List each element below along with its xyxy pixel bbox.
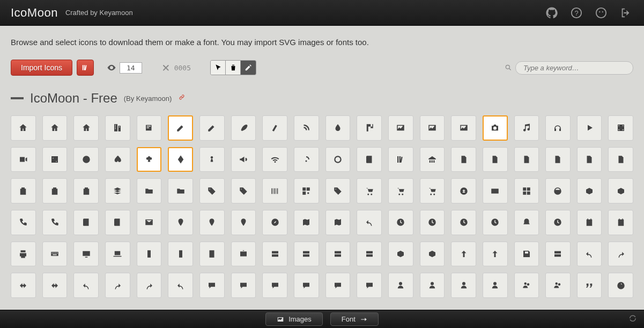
icon-spades[interactable] xyxy=(105,147,130,172)
icon-box-add[interactable] xyxy=(545,178,571,203)
icon-box[interactable] xyxy=(608,178,633,203)
icon-location[interactable] xyxy=(199,210,225,235)
icon-file[interactable] xyxy=(451,147,476,172)
icon-droplet[interactable] xyxy=(325,115,351,141)
icon-pencil2[interactable] xyxy=(199,115,225,141)
icon-library[interactable] xyxy=(420,147,445,172)
icon-bell[interactable] xyxy=(514,210,539,235)
icon-tv[interactable] xyxy=(231,242,256,267)
icon-alarm[interactable] xyxy=(451,210,476,235)
icon-file-empty[interactable] xyxy=(514,147,539,172)
icon-blog[interactable] xyxy=(294,115,319,141)
icon-profile[interactable] xyxy=(483,147,508,172)
icon-user3[interactable] xyxy=(451,273,476,298)
icon-mobile2[interactable] xyxy=(168,242,193,267)
icon-connection[interactable] xyxy=(262,147,287,172)
icon-ticket[interactable] xyxy=(294,178,319,203)
icon-play[interactable] xyxy=(577,115,602,141)
icon-paste3[interactable] xyxy=(73,178,99,203)
icon-pacman[interactable] xyxy=(73,147,99,172)
icon-images[interactable] xyxy=(451,115,476,141)
icon-tag[interactable] xyxy=(168,178,193,203)
icon-bubble2[interactable] xyxy=(231,273,256,298)
icon-bubbles4[interactable] xyxy=(357,273,382,298)
icon-clubs[interactable] xyxy=(137,147,162,172)
icon-calculator[interactable] xyxy=(483,178,508,203)
icon-print[interactable] xyxy=(11,242,36,267)
icon-podcast[interactable] xyxy=(294,147,319,172)
link-icon[interactable] xyxy=(178,93,186,103)
icon-alarm2[interactable] xyxy=(483,210,508,235)
icon-users2[interactable] xyxy=(545,273,571,298)
icon-pushpin[interactable] xyxy=(168,210,193,235)
icon-history[interactable] xyxy=(357,210,382,235)
icon-copy[interactable] xyxy=(577,147,602,172)
icon-keyboard[interactable] xyxy=(42,242,68,267)
icon-map2[interactable] xyxy=(325,210,351,235)
icon-user4[interactable] xyxy=(483,273,508,298)
icon-diamonds[interactable] xyxy=(168,147,193,172)
icon-feed[interactable] xyxy=(325,147,351,172)
icon-user[interactable] xyxy=(388,273,413,298)
clear-selection[interactable]: 0005 xyxy=(161,63,191,72)
icon-upload[interactable] xyxy=(483,242,508,267)
icon-users[interactable] xyxy=(514,273,539,298)
icon-cart[interactable] xyxy=(325,178,351,203)
icon-forward[interactable] xyxy=(137,273,162,298)
icon-disk[interactable] xyxy=(514,242,539,267)
icon-cart2[interactable] xyxy=(357,178,382,203)
icon-coin[interactable] xyxy=(420,178,445,203)
icon-office[interactable] xyxy=(105,115,130,141)
icon-clock2[interactable] xyxy=(420,210,445,235)
icon-notebook[interactable] xyxy=(105,210,130,235)
help-icon[interactable]: ? xyxy=(567,3,586,23)
icon-bullhorn[interactable] xyxy=(231,147,256,172)
icon-busy[interactable] xyxy=(608,273,633,298)
icon-location2[interactable] xyxy=(231,210,256,235)
icon-quotes-left[interactable] xyxy=(577,273,602,298)
icon-file2[interactable] xyxy=(545,147,571,172)
collapse-toggle[interactable] xyxy=(11,97,24,99)
icon-phone[interactable] xyxy=(11,210,36,235)
icon-film[interactable] xyxy=(608,115,633,141)
icon-pen[interactable] xyxy=(262,115,287,141)
icon-calendar[interactable] xyxy=(577,210,602,235)
icon-bubbles[interactable] xyxy=(262,273,287,298)
refresh-icon[interactable] xyxy=(628,314,638,325)
icon-map[interactable] xyxy=(294,210,319,235)
icon-flip2[interactable] xyxy=(42,273,68,298)
icon-newspaper[interactable] xyxy=(137,115,162,141)
icon-camera[interactable] xyxy=(483,115,508,141)
icon-bubbles2[interactable] xyxy=(294,273,319,298)
icon-qrcode[interactable] xyxy=(262,178,287,203)
images-button[interactable]: Images xyxy=(265,312,323,326)
app-logo[interactable]: IcoMoon xyxy=(11,6,58,20)
library-button[interactable] xyxy=(77,60,94,76)
icon-undo2[interactable] xyxy=(73,273,99,298)
icon-calendar2[interactable] xyxy=(608,210,633,235)
icon-compass[interactable] xyxy=(262,210,287,235)
icon-envelope[interactable] xyxy=(137,210,162,235)
icon-video-camera[interactable] xyxy=(11,147,36,172)
icon-cart3[interactable] xyxy=(388,178,413,203)
exit-icon[interactable] xyxy=(616,3,635,23)
icon-music[interactable] xyxy=(514,115,539,141)
icon-books[interactable] xyxy=(388,147,413,172)
icon-tablet[interactable] xyxy=(199,242,225,267)
icon-bubble[interactable] xyxy=(199,273,225,298)
icon-paint-format[interactable] xyxy=(357,115,382,141)
icon-credit-card[interactable] xyxy=(451,178,476,203)
icon-phone-hang-up[interactable] xyxy=(42,210,68,235)
icon-image[interactable] xyxy=(388,115,413,141)
icon-paste[interactable] xyxy=(11,178,36,203)
icon-support[interactable] xyxy=(514,178,539,203)
icon-undo[interactable] xyxy=(577,242,602,267)
icon-paste2[interactable] xyxy=(42,178,68,203)
icon-tags[interactable] xyxy=(199,178,225,203)
github-icon[interactable] xyxy=(542,3,561,23)
delete-mode-button[interactable] xyxy=(226,61,241,75)
search-input[interactable] xyxy=(515,61,633,75)
select-mode-button[interactable] xyxy=(211,61,226,75)
icon-folder[interactable] xyxy=(105,178,130,203)
icon-box-add2[interactable] xyxy=(388,242,413,267)
